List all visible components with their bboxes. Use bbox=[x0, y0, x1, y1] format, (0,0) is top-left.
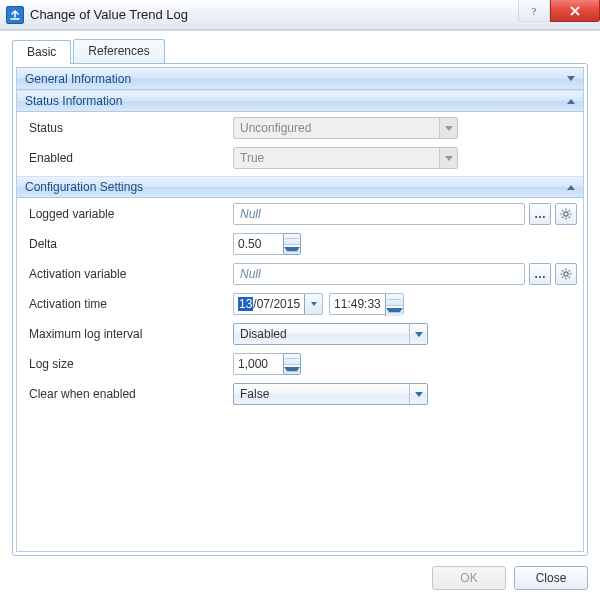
app-icon bbox=[6, 6, 24, 24]
max-interval-value: Disabled bbox=[240, 327, 287, 341]
activation-variable-value: Null bbox=[240, 267, 261, 281]
status-value: Unconfigured bbox=[240, 121, 311, 135]
spin-down-button[interactable] bbox=[284, 245, 300, 255]
status-combo: Unconfigured bbox=[233, 117, 458, 139]
svg-line-7 bbox=[569, 217, 570, 218]
svg-point-1 bbox=[564, 212, 568, 216]
status-label: Status bbox=[23, 121, 233, 135]
delta-value[interactable]: 0.50 bbox=[233, 233, 283, 255]
section-title: Status Information bbox=[25, 94, 122, 108]
delta-spinner[interactable]: 0.50 bbox=[233, 233, 301, 255]
section-status-body: Status Unconfigured Enabled True bbox=[17, 112, 583, 176]
section-general-header[interactable]: General Information bbox=[17, 68, 583, 90]
ok-label: OK bbox=[460, 571, 477, 585]
enabled-combo: True bbox=[233, 147, 458, 169]
section-title: General Information bbox=[25, 72, 131, 86]
spin-up-button[interactable] bbox=[284, 234, 300, 245]
ok-button[interactable]: OK bbox=[432, 566, 506, 590]
close-window-button[interactable] bbox=[550, 0, 600, 22]
section-config-header[interactable]: Configuration Settings bbox=[17, 176, 583, 198]
time-value: 11:49:33 bbox=[330, 294, 385, 314]
tab-references[interactable]: References bbox=[73, 39, 164, 63]
close-label: Close bbox=[536, 571, 567, 585]
spin-down-button[interactable] bbox=[284, 365, 300, 375]
svg-line-6 bbox=[562, 210, 563, 211]
dropdown-icon bbox=[439, 148, 457, 168]
tab-panel-basic: General Information Status Information S… bbox=[12, 63, 588, 556]
close-button[interactable]: Close bbox=[514, 566, 588, 590]
tab-label: References bbox=[88, 44, 149, 58]
help-button[interactable]: ? bbox=[518, 0, 550, 22]
logged-variable-label: Logged variable bbox=[23, 207, 233, 221]
log-size-label: Log size bbox=[23, 357, 233, 371]
enabled-label: Enabled bbox=[23, 151, 233, 165]
logged-variable-value: Null bbox=[240, 207, 261, 221]
gear-button[interactable] bbox=[555, 263, 577, 285]
dropdown-icon bbox=[409, 384, 427, 404]
section-status-header[interactable]: Status Information bbox=[17, 90, 583, 112]
spin-down-button[interactable] bbox=[386, 306, 403, 317]
tab-basic[interactable]: Basic bbox=[12, 40, 71, 64]
calendar-dropdown-button[interactable] bbox=[304, 294, 322, 314]
svg-line-18 bbox=[569, 270, 570, 271]
svg-line-9 bbox=[569, 210, 570, 211]
svg-line-17 bbox=[562, 277, 563, 278]
date-rest: /07/2015 bbox=[253, 297, 300, 311]
logged-variable-input[interactable]: Null bbox=[233, 203, 525, 225]
dialog-body: Basic References General Information Sta… bbox=[0, 30, 600, 600]
clear-enabled-label: Clear when enabled bbox=[23, 387, 233, 401]
enabled-value: True bbox=[240, 151, 264, 165]
dropdown-icon bbox=[439, 118, 457, 138]
max-interval-combo[interactable]: Disabled bbox=[233, 323, 428, 345]
clear-enabled-value: False bbox=[240, 387, 269, 401]
svg-point-10 bbox=[564, 272, 568, 276]
dropdown-icon bbox=[409, 324, 427, 344]
log-size-value[interactable]: 1,000 bbox=[233, 353, 283, 375]
activation-variable-input[interactable]: Null bbox=[233, 263, 525, 285]
spin-up-button[interactable] bbox=[386, 294, 403, 306]
dialog-footer: OK Close bbox=[12, 566, 588, 590]
chevron-up-icon bbox=[567, 185, 575, 190]
gear-button[interactable] bbox=[555, 203, 577, 225]
delta-label: Delta bbox=[23, 237, 233, 251]
gear-icon bbox=[559, 207, 573, 221]
activation-variable-label: Activation variable bbox=[23, 267, 233, 281]
date-day-selected: 13 bbox=[238, 297, 253, 311]
chevron-up-icon bbox=[567, 99, 575, 104]
browse-button[interactable]: … bbox=[529, 263, 551, 285]
section-title: Configuration Settings bbox=[25, 180, 143, 194]
chevron-down-icon bbox=[567, 76, 575, 81]
spin-up-button[interactable] bbox=[284, 354, 300, 365]
log-size-spinner[interactable]: 1,000 bbox=[233, 353, 301, 375]
activation-date-input[interactable]: 13/07/2015 bbox=[233, 293, 323, 315]
activation-time-label: Activation time bbox=[23, 297, 233, 311]
section-config-body: Logged variable Null … Delta bbox=[17, 198, 583, 412]
svg-line-8 bbox=[562, 217, 563, 218]
clear-enabled-combo[interactable]: False bbox=[233, 383, 428, 405]
title-bar: Change of Value Trend Log ? bbox=[0, 0, 600, 30]
svg-text:?: ? bbox=[532, 5, 537, 17]
tab-label: Basic bbox=[27, 45, 56, 59]
svg-line-15 bbox=[562, 270, 563, 271]
activation-time-input[interactable]: 11:49:33 bbox=[329, 293, 404, 315]
tab-container: Basic References General Information Sta… bbox=[12, 39, 588, 556]
max-interval-label: Maximum log interval bbox=[23, 327, 233, 341]
window-title: Change of Value Trend Log bbox=[30, 7, 518, 22]
svg-line-16 bbox=[569, 277, 570, 278]
browse-button[interactable]: … bbox=[529, 203, 551, 225]
gear-icon bbox=[559, 267, 573, 281]
